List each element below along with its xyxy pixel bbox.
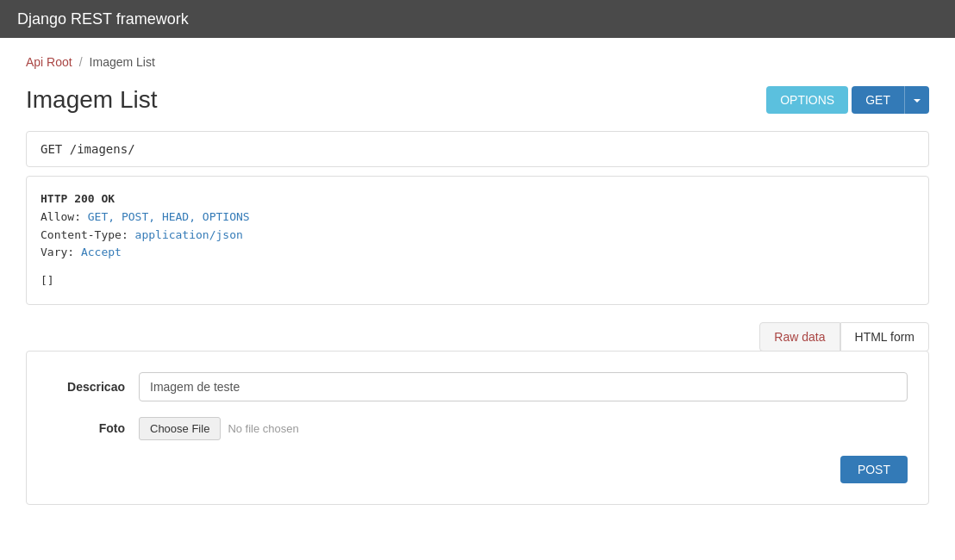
tabs-area: Raw data HTML form [26,322,929,352]
response-status-line: HTTP 200 OK [41,190,914,208]
response-content-type-line: Content-Type: application/json [41,227,914,245]
response-vary-label: Vary: [41,246,74,258]
response-vary-value: Accept [81,246,122,258]
page-title: Imagem List [26,86,158,114]
header-buttons: OPTIONS GET [766,86,929,114]
get-button[interactable]: GET [852,86,904,114]
post-button[interactable]: POST [840,456,908,483]
url-box: GET /imagens/ [26,131,929,167]
response-content-type-value: application/json [135,228,243,241]
descricao-input[interactable] [139,372,908,401]
breadcrumb-separator: / [79,55,83,69]
get-dropdown-button[interactable] [904,86,929,114]
response-content-type-label: Content-Type: [41,228,128,241]
response-allow-line: Allow: GET, POST, HEAD, OPTIONS [41,208,914,227]
form-row-foto: Foto Choose File No file chosen [47,417,908,440]
caret-icon [914,99,921,103]
response-status: HTTP 200 OK [41,192,115,205]
foto-label: Foto [47,421,125,435]
form-footer: POST [47,456,908,483]
breadcrumb: Api Root / Imagem List [26,55,929,69]
descricao-label: Descricao [47,380,125,394]
tab-raw-data[interactable]: Raw data [759,322,840,352]
response-box: HTTP 200 OK Allow: GET, POST, HEAD, OPTI… [26,176,929,305]
response-vary-line: Vary: Accept [41,244,914,262]
main-content: Api Root / Imagem List Imagem List OPTIO… [0,38,955,522]
response-allow-links[interactable]: GET, POST, HEAD, OPTIONS [88,210,250,223]
choose-file-button[interactable]: Choose File [139,417,221,440]
form-panel: Descricao Foto Choose File No file chose… [26,351,929,505]
response-allow-label: Allow: [41,210,81,223]
breadcrumb-api-root[interactable]: Api Root [26,55,72,69]
navbar: Django REST framework [0,0,955,38]
response-body: [] [41,272,914,290]
tab-html-form[interactable]: HTML form [840,322,929,352]
navbar-brand: Django REST framework [17,10,189,28]
form-row-descricao: Descricao [47,372,908,401]
file-input-wrapper: Choose File No file chosen [139,417,299,440]
no-file-chosen-text: No file chosen [228,422,298,435]
get-button-group: GET [852,86,929,114]
page-header: Imagem List OPTIONS GET [26,86,929,114]
breadcrumb-current: Imagem List [90,55,155,69]
options-button[interactable]: OPTIONS [766,86,848,114]
